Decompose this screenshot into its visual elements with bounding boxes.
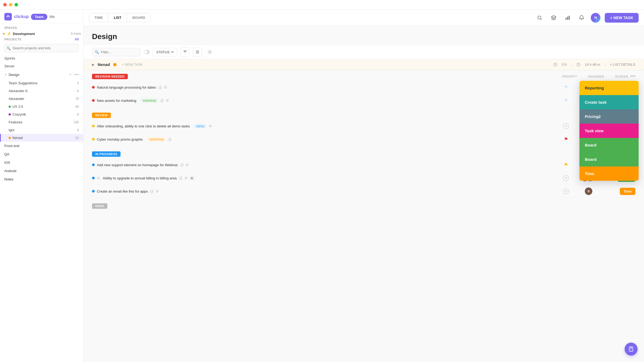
nenad-meta: 3 h | 14 h 46 m | > LIST DETAILS [553,62,635,67]
me-label[interactable]: Me [49,15,55,19]
task-row: After onboarding, ability to one click t… [92,120,635,133]
priority-cell: ⚑ [558,188,574,194]
sidebar-item-alexander-k[interactable]: Alexander K. 6 [0,87,83,95]
all-link[interactable]: All [75,37,79,41]
svg-rect-22 [186,165,189,165]
user-avatar[interactable]: N [591,13,600,23]
popover-board-2[interactable]: Board [579,152,639,166]
flag-icon: ⚑ [564,98,568,103]
sidebar-item-qa[interactable]: QA [0,150,83,158]
close-button[interactable] [3,3,7,6]
sidebar-item-features[interactable]: Features 105 [0,118,83,126]
sidebar-item-count: 79 [75,97,79,101]
toggle-icon [144,50,150,54]
paperclip-icon [160,99,164,102]
sidebar-item-label: Android [4,169,16,173]
status-dropdown[interactable]: STATUS [153,48,177,56]
space-development[interactable]: ★ ⚡ Development 8 more [0,32,83,36]
task-icons [168,137,172,141]
filter-bar: 🔍 STATUS [83,45,644,59]
list-details-link[interactable]: > LIST DETAILS [610,62,635,67]
sidebar-item-frontend[interactable]: Front end [0,142,83,150]
sidebar-item-label: iOS [4,161,10,165]
task-tag-advertising: advertising [147,137,166,141]
priority-cell: ⚑ [558,162,574,168]
floating-action-button[interactable] [625,343,638,356]
task-row: Create an email like this for apps ⚑ [92,185,635,198]
task-row: Add new support element on homepage for … [92,158,635,172]
search-button[interactable] [535,13,544,23]
sidebar-item-crazynik[interactable]: Crazynik 6 [0,110,83,118]
sidebar-item-igor[interactable]: Igor 4 [0,126,83,134]
sidebar-item-sprints[interactable]: Sprints [0,54,83,62]
minimize-button[interactable] [9,3,12,6]
sidebar-item-ios[interactable]: iOS [0,158,83,167]
status-dot [9,113,11,116]
popover-board-1[interactable]: Board [579,138,639,152]
sidebar-item-nenad[interactable]: Nenad 14 [0,134,83,142]
topnav-right: N + NEW TASK [535,13,639,23]
settings-button[interactable] [205,47,214,57]
search-input[interactable] [4,44,79,52]
more-icon[interactable]: ••• [74,72,79,77]
sidebar-item-label: Notes [4,177,13,181]
sidebar-item-server[interactable]: Server [0,62,83,70]
task-name: After onboarding, ability to one click t… [97,124,190,128]
toggle-wrap [144,50,150,54]
sidebar-item-count: 105 [73,120,79,124]
flag-icon: ⚑ [564,84,568,90]
bell-icon-button[interactable] [577,13,586,23]
sidebar-item-count: 3 [77,81,79,85]
new-task-link[interactable]: + NEW TASK [122,62,143,67]
sidebar-item-android[interactable]: Android [0,167,83,175]
team-badge[interactable]: Team [31,14,47,20]
popover-time[interactable]: Time [579,166,639,181]
spaces-label: SPACES [4,26,17,29]
task-name: Add new support element on homepage for … [97,163,178,167]
section-badge-inprogress: IN PROGRESS [92,151,121,157]
more-link[interactable]: 8 more [71,32,81,36]
new-task-button[interactable]: + NEW TASK [605,13,639,23]
screen-badge[interactable]: Time [620,188,635,195]
status-dot [9,137,11,139]
menu-icon [165,99,169,102]
sidebar-item-team-suggestions[interactable]: Team Suggestions 3 [0,79,83,87]
svg-rect-13 [164,87,167,87]
tab-time[interactable]: TIME [89,13,108,22]
list-view-button[interactable] [193,47,202,57]
sidebar-item-alexander[interactable]: Alexander 79 [0,95,83,103]
task-icons [158,85,167,89]
paperclip-icon [158,85,162,89]
filter-button[interactable] [181,47,190,57]
task-status-dot [92,86,95,89]
maximize-button[interactable] [15,3,18,6]
sidebar-item-ux20[interactable]: UX 2.0 44 [0,103,83,110]
sidebar-item-notes[interactable]: Notes [0,175,83,183]
tab-list[interactable]: LIST [108,13,127,22]
popover-task-view[interactable]: Task view [579,124,639,138]
add-icon[interactable]: + [69,72,72,77]
timer-icon [553,62,557,67]
sidebar-item-label: Server [4,64,15,68]
popover-pricing2[interactable]: Pricing2 [579,109,639,124]
section-columns: PRIORITY ASSIGNEE SCREEN [562,75,628,78]
svg-rect-16 [166,100,169,100]
section-review: REVIEW [92,107,635,120]
expand-icon[interactable]: ▶ [92,63,94,67]
task-main: Add new support element on homepage for … [92,163,558,167]
section-more-icon[interactable]: ••• [630,74,635,79]
chart-icon-button[interactable] [563,13,572,23]
filter-input[interactable] [92,48,140,56]
task-right: ⚑ N Time [558,187,635,195]
sidebar-item-design[interactable]: ▼ Design + ••• [0,70,83,79]
content-area: Design 🔍 STATUS [83,26,644,362]
titlebar [0,0,644,10]
tab-board[interactable]: BOARD [127,13,151,22]
section-revision: REVISION NEEDED PRIORITY ASSIGNEE SCREEN… [92,70,635,81]
section-badge-review: REVIEW [92,113,111,118]
popover-create-task[interactable]: Create task [579,95,639,109]
menu-icon [185,163,189,167]
cube-icon-button[interactable] [549,13,558,23]
space-icons: ★ ⚡ [2,32,11,36]
popover-reporting[interactable]: Reporting [579,81,639,95]
